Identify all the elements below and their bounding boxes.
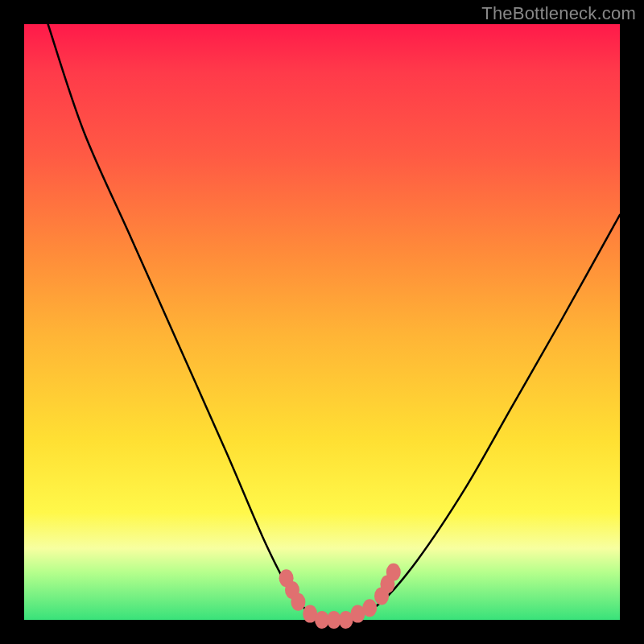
trough-marker <box>362 599 377 617</box>
attribution-text: TheBottleneck.com <box>481 3 636 24</box>
trough-markers <box>279 564 401 629</box>
curve-svg <box>24 24 620 620</box>
trough-marker <box>386 564 401 581</box>
plot-area <box>24 24 620 620</box>
trough-marker <box>291 593 305 611</box>
bottleneck-curve <box>48 24 620 621</box>
chart-frame: TheBottleneck.com <box>0 0 644 644</box>
